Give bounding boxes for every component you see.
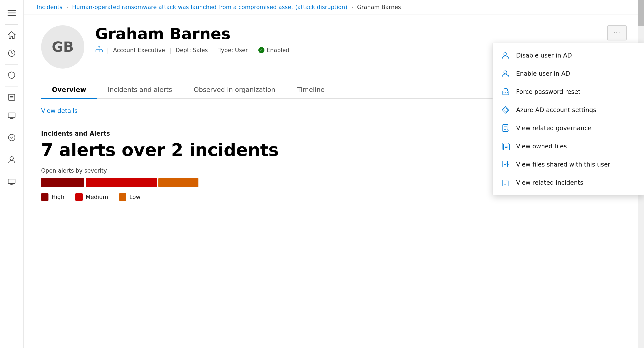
- org-chart-icon: [95, 46, 102, 54]
- sidebar-divider-5: [5, 149, 18, 149]
- legend-label-medium: Medium: [86, 194, 108, 200]
- enable-ad-label: Enable user in AD: [516, 70, 570, 77]
- svg-rect-15: [8, 179, 15, 183]
- dropdown-enable-ad[interactable]: Enable user in AD: [493, 64, 644, 83]
- sidebar-divider-1: [5, 24, 18, 25]
- shield-icon[interactable]: [3, 67, 20, 84]
- shared-files-icon: [502, 160, 510, 169]
- governance-label: View related governance: [516, 125, 592, 132]
- svg-rect-18: [98, 46, 100, 48]
- svg-marker-36: [502, 106, 509, 113]
- sidebar-divider-6: [5, 171, 18, 171]
- report-icon[interactable]: [3, 89, 20, 106]
- svg-rect-43: [504, 144, 510, 150]
- tab-timeline[interactable]: Timeline: [286, 81, 336, 99]
- svg-rect-6: [9, 94, 15, 100]
- sidebar-divider-3: [5, 86, 18, 87]
- svg-point-13: [8, 134, 15, 141]
- breadcrumb-incident-title[interactable]: Human-operated ransomware attack was lau…: [72, 4, 347, 10]
- scrollbar-thumb[interactable]: [638, 0, 644, 26]
- more-button[interactable]: ···: [607, 25, 627, 40]
- main-content: Incidents › Human-operated ransomware at…: [24, 0, 644, 348]
- clock-icon[interactable]: [3, 44, 20, 62]
- breadcrumb-user: Graham Barnes: [357, 4, 401, 10]
- breadcrumb-sep-1: ›: [66, 4, 68, 10]
- screen2-icon[interactable]: [3, 173, 20, 190]
- svg-point-14: [10, 157, 14, 160]
- svg-rect-19: [95, 50, 97, 52]
- svg-point-29: [504, 71, 507, 74]
- breadcrumb-sep-2: ›: [351, 4, 353, 10]
- dropdown-menu: Disable user in AD Enable user in AD: [492, 43, 644, 195]
- governance-icon: [502, 124, 510, 132]
- dropdown-shared-files[interactable]: View files shared with this user: [493, 155, 644, 173]
- bar-high: [41, 178, 84, 187]
- security2-icon[interactable]: [3, 129, 20, 146]
- svg-rect-21: [101, 50, 102, 52]
- status-enabled: ✓ Enabled: [258, 47, 289, 53]
- dropdown-azure-ad[interactable]: Azure AD account settings: [493, 101, 644, 119]
- dropdown-owned-files[interactable]: View owned files: [493, 137, 644, 155]
- breadcrumb: Incidents › Human-operated ransomware at…: [24, 0, 644, 14]
- tab-overview[interactable]: Overview: [41, 81, 97, 99]
- legend-low: Low: [119, 193, 140, 201]
- home-icon[interactable]: [3, 26, 20, 44]
- dropdown-force-pwd[interactable]: Force password reset: [493, 83, 644, 101]
- svg-point-35: [507, 92, 508, 93]
- shared-files-label: View files shared with this user: [516, 161, 610, 168]
- profile-name: Graham Barnes: [95, 25, 627, 42]
- related-incidents-icon: [502, 178, 510, 187]
- dropdown-related-incidents[interactable]: View related incidents: [493, 173, 644, 192]
- device-icon[interactable]: [3, 107, 20, 124]
- person-icon[interactable]: [3, 151, 20, 168]
- legend-medium: Medium: [75, 193, 108, 201]
- view-details-link[interactable]: View details: [41, 107, 78, 114]
- svg-rect-2: [8, 15, 16, 16]
- tab-observed[interactable]: Observed in organization: [183, 81, 286, 99]
- svg-point-33: [504, 92, 504, 93]
- hamburger-icon[interactable]: [3, 4, 20, 22]
- svg-rect-10: [8, 113, 15, 118]
- svg-point-34: [505, 92, 506, 93]
- status-dot: ✓: [258, 47, 264, 53]
- disable-ad-icon: [502, 51, 510, 60]
- enable-ad-icon: [502, 69, 510, 78]
- legend-high: High: [41, 193, 64, 201]
- more-icon: ···: [614, 29, 621, 36]
- svg-rect-1: [8, 12, 16, 13]
- dropdown-disable-ad[interactable]: Disable user in AD: [493, 46, 644, 64]
- profile-role: Account Executive: [113, 47, 165, 53]
- force-pwd-icon: [502, 87, 510, 96]
- dropdown-governance[interactable]: View related governance: [493, 119, 644, 137]
- legend-label-high: High: [52, 194, 64, 200]
- svg-marker-37: [504, 108, 508, 112]
- svg-rect-20: [98, 50, 100, 52]
- svg-line-5: [12, 53, 13, 54]
- profile-type: Type: User: [218, 47, 248, 53]
- profile-dept: Dept: Sales: [176, 47, 208, 53]
- sidebar-divider-4: [5, 127, 18, 127]
- owned-files-label: View owned files: [516, 143, 567, 150]
- owned-files-icon: [502, 142, 510, 151]
- legend-swatch-low: [119, 193, 126, 201]
- legend-swatch-medium: [75, 193, 83, 201]
- svg-rect-46: [503, 161, 508, 167]
- related-incidents-label: View related incidents: [516, 179, 583, 186]
- legend-label-low: Low: [130, 194, 140, 200]
- bar-medium: [86, 178, 157, 187]
- disable-ad-label: Disable user in AD: [516, 52, 572, 59]
- azure-ad-icon: [502, 105, 510, 114]
- svg-rect-0: [8, 10, 16, 11]
- breadcrumb-incidents[interactable]: Incidents: [37, 4, 62, 10]
- azure-ad-label: Azure AD account settings: [516, 106, 596, 114]
- tab-incidents[interactable]: Incidents and alerts: [97, 81, 183, 99]
- content-area: GB Graham Barnes: [24, 14, 644, 348]
- sidebar: [0, 0, 24, 348]
- legend-swatch-high: [41, 193, 48, 201]
- force-pwd-label: Force password reset: [516, 88, 580, 95]
- avatar: GB: [41, 25, 84, 68]
- svg-point-27: [504, 52, 507, 55]
- status-label: Enabled: [266, 47, 289, 53]
- bar-low: [158, 178, 198, 187]
- sidebar-divider-2: [5, 64, 18, 65]
